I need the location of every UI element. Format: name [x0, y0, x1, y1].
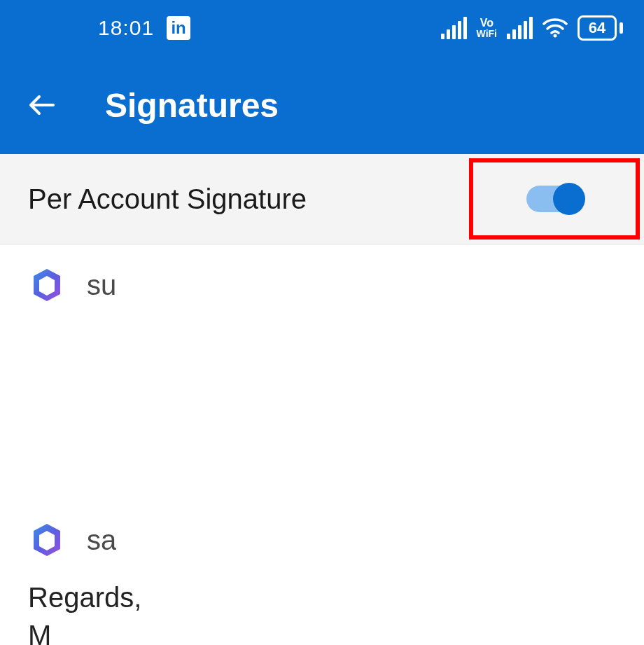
account-item[interactable]: support@example.com Regards, Manon: [0, 245, 644, 465]
account-email: sales@example.com: [87, 525, 347, 556]
signature-preview: Regards, Ma Ma: [28, 578, 616, 645]
account-item[interactable]: sales@example.com Regards, Ma Ma: [0, 500, 644, 645]
linkedin-icon: in: [167, 16, 190, 40]
page-title: Signatures: [105, 86, 279, 125]
annotation-highlight: [469, 158, 640, 240]
wifi-icon: [542, 18, 568, 38]
battery-icon: 64: [578, 15, 623, 41]
battery-level: 64: [578, 15, 617, 41]
account-header: sales@example.com: [28, 521, 616, 559]
account-email: support@example.com: [87, 270, 375, 301]
microsoft365-icon: [28, 266, 66, 304]
account-header: support@example.com: [28, 266, 616, 304]
status-bar-left: 18:01 in: [98, 16, 190, 40]
status-time: 18:01: [98, 16, 154, 40]
per-account-toggle[interactable]: [526, 186, 582, 212]
signal-icon: [441, 17, 467, 39]
vowifi-icon: Vo WiFi: [477, 18, 497, 39]
redacted-text: les@example.com: [116, 525, 347, 556]
accounts-list: support@example.com Regards, Manon: [0, 245, 644, 645]
status-bar: 18:01 in Vo WiFi 64: [0, 0, 644, 56]
signal-icon-2: [507, 17, 533, 39]
toggle-knob: [553, 183, 585, 215]
microsoft365-icon: [28, 521, 66, 559]
status-bar-right: Vo WiFi 64: [441, 15, 623, 41]
app-bar: Signatures: [0, 56, 644, 154]
svg-point-0: [554, 34, 557, 38]
signature-preview: Regards, Manon: [28, 324, 616, 437]
redacted-text: pport@example.com: [116, 270, 375, 301]
back-button[interactable]: [21, 84, 63, 126]
setting-label: Per Account Signature: [28, 183, 307, 215]
setting-per-account-signature[interactable]: Per Account Signature: [0, 154, 644, 245]
